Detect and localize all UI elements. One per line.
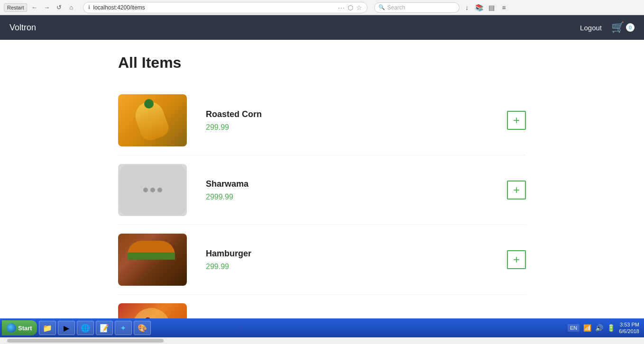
item-list: Roasted Corn 299.99 + Sharwama 2999.99	[118, 86, 526, 344]
clock-date: 6/6/2018	[619, 328, 639, 335]
search-icon: 🔍	[378, 4, 385, 10]
battery-icon: 🔋	[607, 324, 615, 332]
item-name: Roasted Corn	[206, 109, 497, 119]
item-info: Roasted Corn 299.99	[206, 109, 497, 132]
start-orb	[7, 323, 16, 333]
item-info: Sharwama 2999.99	[206, 179, 497, 201]
word-icon: 📝	[100, 324, 109, 333]
library-button[interactable]: 📚	[474, 2, 484, 13]
info-icon: ℹ	[88, 4, 90, 10]
menu-button[interactable]: ≡	[498, 2, 509, 13]
sidebar-button[interactable]: ▤	[486, 2, 497, 13]
page-title: All Items	[118, 54, 526, 72]
item-name: Hamburger	[206, 249, 497, 259]
taskbar: Start 📁 ▶ 🌐 📝 ✦ 🎨 EN 📶 🔊 🔋 3:53 PM 6/6/2…	[0, 318, 644, 337]
scrollbar[interactable]	[0, 337, 644, 344]
pocket-icon[interactable]: ⬡	[348, 4, 353, 11]
app-brand: Voltron	[9, 23, 36, 33]
item-image-corn	[118, 94, 187, 146]
cart-badge: 0	[626, 23, 635, 32]
folder-icon: 📁	[43, 324, 52, 333]
address-bar[interactable]: ℹ localhost:4200/items ··· ⬡ ☆	[83, 2, 368, 13]
start-label: Start	[18, 325, 32, 332]
item-price: 299.99	[206, 123, 497, 132]
taskbar-app-media[interactable]: ▶	[58, 321, 75, 335]
search-placeholder: Search	[387, 4, 405, 11]
home-button[interactable]: ⌂	[66, 2, 76, 13]
browser-right-controls: 🔍 Search ↓ 📚 ▤ ≡	[374, 2, 509, 13]
taskbar-right: EN 📶 🔊 🔋 3:53 PM 6/6/2018	[568, 321, 642, 335]
network-icon: 📶	[583, 324, 591, 332]
chrome-icon: 🌐	[81, 324, 90, 333]
tray-language: EN	[568, 324, 580, 332]
placeholder-dots	[143, 188, 162, 192]
dot-1	[143, 188, 148, 192]
clock-time: 3:53 PM	[619, 321, 639, 328]
item-info: Hamburger 299.99	[206, 249, 497, 271]
nav-buttons: Restart ← → ↺ ⌂	[4, 2, 76, 13]
taskbar-app-folder[interactable]: 📁	[39, 321, 56, 335]
nav-right: Logout 🛒 0	[580, 21, 635, 34]
main-content: All Items Roasted Corn 299.99 +	[109, 40, 535, 344]
item-name: Sharwama	[206, 179, 497, 189]
placeholder-image	[120, 165, 186, 215]
add-item-button[interactable]: +	[507, 181, 526, 199]
logout-button[interactable]: Logout	[580, 24, 602, 32]
star-icon[interactable]: ☆	[356, 4, 362, 11]
download-button[interactable]: ↓	[461, 2, 472, 13]
app-nav: Voltron Logout 🛒 0	[0, 15, 644, 40]
table-row: Sharwama 2999.99 +	[118, 155, 526, 225]
forward-button[interactable]: →	[41, 2, 52, 13]
cart-button[interactable]: 🛒 0	[611, 21, 635, 34]
dot-2	[150, 188, 155, 192]
taskbar-clock: 3:53 PM 6/6/2018	[619, 321, 639, 335]
item-image-sharwama	[118, 164, 187, 216]
url-text: localhost:4200/items	[93, 4, 335, 11]
paint-icon: 🎨	[138, 324, 147, 333]
reload-button[interactable]: ↺	[54, 2, 64, 13]
start-button[interactable]: Start	[2, 320, 37, 335]
cart-icon: 🛒	[611, 21, 624, 34]
browser-chrome: Restart ← → ↺ ⌂ ℹ localhost:4200/items ·…	[0, 0, 644, 15]
sound-icon: 🔊	[595, 324, 603, 332]
browser-search[interactable]: 🔍 Search	[374, 2, 460, 13]
taskbar-app-vscode[interactable]: ✦	[115, 321, 132, 335]
taskbar-app-chrome[interactable]: 🌐	[77, 321, 94, 335]
vscode-icon: ✦	[120, 324, 126, 333]
item-image-hamburger	[118, 234, 187, 286]
item-price: 2999.99	[206, 193, 497, 201]
item-price: 299.99	[206, 263, 497, 271]
taskbar-app-word[interactable]: 📝	[96, 321, 113, 335]
restart-button[interactable]: Restart	[4, 3, 27, 12]
table-row: Roasted Corn 299.99 +	[118, 86, 526, 155]
media-icon: ▶	[64, 324, 69, 333]
back-button[interactable]: ←	[29, 2, 39, 13]
table-row: Hamburger 299.99 +	[118, 225, 526, 295]
scrollbar-thumb[interactable]	[7, 339, 164, 343]
more-icon[interactable]: ···	[338, 4, 345, 11]
taskbar-app-paint[interactable]: 🎨	[134, 321, 151, 335]
add-item-button[interactable]: +	[507, 111, 526, 130]
dot-3	[157, 188, 162, 192]
add-item-button[interactable]: +	[507, 250, 526, 269]
